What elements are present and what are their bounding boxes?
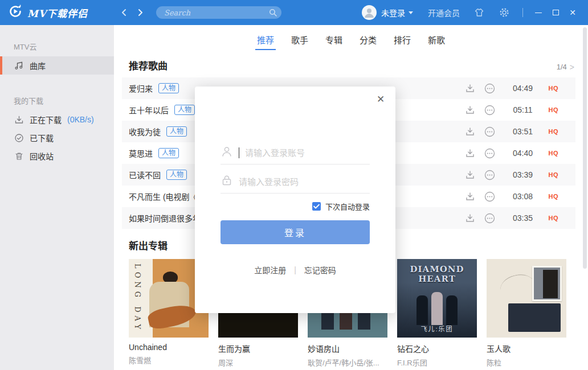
sidebar-item-downloaded[interactable]: 已下载 <box>0 129 114 147</box>
minimize-button[interactable] <box>530 4 547 21</box>
scrollbar[interactable] <box>583 27 587 269</box>
sidebar-section-cloud: MTV云 <box>14 41 114 52</box>
password-input[interactable] <box>239 177 370 187</box>
auto-login-checkbox[interactable] <box>312 202 321 211</box>
song-title: 已读不回 <box>129 169 161 180</box>
hq-badge: HQ <box>549 128 559 135</box>
more-icon[interactable] <box>484 191 495 202</box>
search-input[interactable] <box>156 9 281 17</box>
more-icon[interactable] <box>484 170 495 180</box>
download-icon[interactable] <box>465 213 475 223</box>
song-duration: 03:08 <box>510 192 536 201</box>
album-title[interactable]: 玉人歌 <box>487 343 566 354</box>
album-artist[interactable]: F.I.R乐团 <box>397 357 477 368</box>
album-cover-text: LONG DAY <box>133 264 142 332</box>
song-tag: 人物 <box>166 170 187 180</box>
album-artist[interactable]: 陈雪燃 <box>129 355 209 365</box>
modal-close-icon[interactable]: ✕ <box>374 92 387 106</box>
album-title[interactable]: 妙语房山 <box>308 343 387 354</box>
sidebar-item-recycle[interactable]: 回收站 <box>0 147 114 165</box>
more-icon[interactable] <box>484 148 495 159</box>
download-icon[interactable] <box>465 191 475 202</box>
maximize-button[interactable] <box>547 4 564 21</box>
register-link[interactable]: 立即注册 <box>254 264 286 276</box>
search-box[interactable] <box>156 6 281 19</box>
hq-badge: HQ <box>549 106 559 113</box>
skin-icon[interactable] <box>473 7 485 18</box>
song-tag: 人物 <box>158 83 179 93</box>
hq-badge: HQ <box>549 193 559 200</box>
song-title: 不凡而生 (电视剧《 <box>129 191 198 202</box>
login-button[interactable]: 登录 <box>220 220 370 244</box>
sidebar-item-downloading[interactable]: 正在下载(0KB/s) <box>0 110 114 129</box>
tab-推荐[interactable]: 推荐 <box>255 30 276 50</box>
sidebar-item-label: 曲库 <box>30 60 46 71</box>
download-icon[interactable] <box>465 126 475 137</box>
link-divider: | <box>294 265 296 274</box>
forgot-password-link[interactable]: 忘记密码 <box>304 264 336 276</box>
avatar[interactable] <box>362 5 377 20</box>
sidebar-item-label: 回收站 <box>30 150 54 162</box>
tab-新歌[interactable]: 新歌 <box>426 30 447 50</box>
login-status-label[interactable]: 未登录 <box>381 7 405 18</box>
account-field[interactable] <box>220 141 370 165</box>
downloading-icon <box>14 115 24 125</box>
download-icon[interactable] <box>465 83 475 93</box>
song-duration: 04:49 <box>510 84 536 93</box>
album-card[interactable]: DIAMOND HEART飞儿:乐团钻石之心F.I.R乐团 <box>397 259 477 368</box>
maximize-icon <box>553 10 559 15</box>
album-cover[interactable] <box>487 259 566 338</box>
page-indicator: 1/4 <box>557 63 567 71</box>
download-icon[interactable] <box>465 148 475 158</box>
check-icon <box>313 204 320 209</box>
album-title[interactable]: Unchained <box>129 343 209 352</box>
song-title: 收我为徒 <box>129 126 161 137</box>
tab-排行[interactable]: 排行 <box>392 30 413 50</box>
album-artist[interactable]: 耿贺/卢芊/韩小岳/张... <box>308 357 387 368</box>
album-title[interactable]: 钻石之心 <box>397 343 477 354</box>
login-modal: ✕ 下次自动登录 登录 <box>195 87 395 313</box>
song-duration: 03:39 <box>510 170 536 179</box>
more-icon[interactable] <box>484 83 495 94</box>
album-artist[interactable]: 周深 <box>218 357 298 368</box>
song-duration: 05:11 <box>510 105 536 114</box>
search-icon[interactable] <box>269 9 277 19</box>
album-artist[interactable]: 陈粒 <box>487 357 566 368</box>
tab-分类[interactable]: 分类 <box>358 30 378 50</box>
more-icon[interactable] <box>484 126 495 137</box>
download-icon[interactable] <box>465 105 475 115</box>
close-button[interactable]: ✕ <box>564 4 581 21</box>
song-title: 五十年以后 <box>129 104 169 116</box>
forward-icon[interactable] <box>136 7 145 18</box>
logo-icon <box>8 4 23 21</box>
album-title[interactable]: 生而为赢 <box>218 343 298 354</box>
close-icon: ✕ <box>569 8 576 17</box>
tab-专辑[interactable]: 专辑 <box>324 30 344 50</box>
back-icon[interactable] <box>120 7 129 18</box>
pagination[interactable]: 1/4 > <box>557 63 574 72</box>
account-input[interactable] <box>245 148 370 158</box>
next-page-icon[interactable]: > <box>570 63 574 72</box>
hq-badge: HQ <box>549 215 559 221</box>
chevron-down-icon[interactable] <box>409 11 413 14</box>
song-tag: 人物 <box>174 105 195 115</box>
downloaded-icon <box>14 133 24 143</box>
song-duration: 03:51 <box>510 127 536 136</box>
hq-badge: HQ <box>549 150 559 157</box>
auto-login-label[interactable]: 下次自动登录 <box>325 201 370 212</box>
more-icon[interactable] <box>484 105 495 116</box>
more-icon[interactable] <box>484 213 495 224</box>
download-icon[interactable] <box>465 170 475 180</box>
album-cover-text: 飞儿:乐团 <box>397 324 477 333</box>
sidebar-section-downloads: 我的下载 <box>14 95 114 106</box>
titlebar-divider <box>522 8 523 17</box>
album-card[interactable]: 玉人歌陈粒 <box>487 259 566 368</box>
new-albums-title: 新出专辑 <box>129 238 168 252</box>
sidebar-item-library[interactable]: 曲库 <box>0 56 114 75</box>
membership-button[interactable]: 开通会员 <box>428 7 460 18</box>
settings-icon[interactable] <box>499 7 510 18</box>
password-field[interactable] <box>220 170 370 194</box>
album-cover[interactable]: DIAMOND HEART飞儿:乐团 <box>397 259 477 338</box>
tab-歌手[interactable]: 歌手 <box>289 30 310 50</box>
hq-badge: HQ <box>549 171 559 178</box>
